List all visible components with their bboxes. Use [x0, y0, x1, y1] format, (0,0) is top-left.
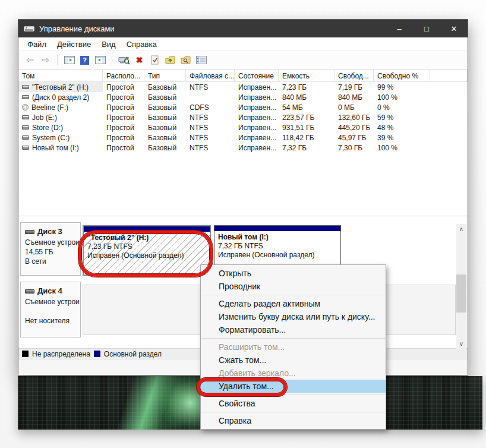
menu-separator [201, 338, 385, 339]
volume-free: 0 МБ [334, 102, 374, 112]
menu-item-mark-active[interactable]: Сделать раздел активным [201, 297, 386, 310]
column-header-capacity[interactable]: Емкость [279, 70, 334, 81]
volume-layout: Простой [103, 82, 144, 92]
checklist-icon[interactable] [195, 55, 207, 66]
rescan-disks-icon[interactable] [118, 55, 130, 66]
vertical-scrollbar[interactable]: ∧ ∨ [456, 224, 466, 349]
drive-icon [22, 115, 29, 119]
volume-type: Базовый [144, 102, 186, 112]
partition-detail: 7,32 ГБ NTFS [218, 242, 337, 251]
volume-capacity: 54 МБ [279, 102, 334, 112]
toolbar-separator [57, 55, 58, 65]
column-header-filesystem[interactable]: Файловая с... [186, 70, 235, 81]
folder-up-icon[interactable] [164, 55, 176, 66]
delete-icon[interactable]: ✖ [133, 55, 146, 66]
table-row[interactable]: "Тестовый 2" (H:) Простой Базовый NTFS И… [18, 82, 468, 92]
menu-separator [201, 295, 385, 295]
volume-type: Базовый [144, 132, 186, 143]
table-row[interactable]: (Диск 0 раздел 2) Простой Базовый Исправ… [18, 92, 468, 102]
volume-free: 840 МБ [334, 92, 374, 102]
disk-icon [25, 230, 34, 234]
table-row[interactable]: Beeline (F:) Простой Базовый CDFS Исправ… [18, 102, 468, 112]
volume-free: 7,30 ГБ [334, 143, 374, 153]
table-row[interactable]: Новый том (I:) Простой Базовый NTFS Испр… [18, 143, 468, 153]
column-header-free[interactable]: Свобод... [334, 70, 374, 81]
minimize-button[interactable]: – [386, 20, 413, 37]
column-header-free-pct[interactable]: Свободно % [374, 70, 430, 81]
forward-icon[interactable]: ⇨ [39, 55, 52, 66]
menu-item-delete-volume[interactable]: Удалить том... [201, 380, 386, 393]
column-header-filler [430, 70, 468, 81]
window-title: Управление дисками [39, 24, 115, 33]
table-row[interactable]: Job (E:) Простой Базовый NTFS Исправен..… [18, 112, 468, 122]
title-bar: Управление дисками – □ ✕ [18, 20, 468, 37]
volume-fs [186, 92, 235, 102]
menu-item-change-letter[interactable]: Изменить букву диска или путь к диску... [201, 310, 386, 323]
primary-partition-band [84, 226, 210, 232]
column-header-type[interactable]: Тип [144, 70, 186, 81]
volume-layout: Простой [103, 143, 144, 153]
unallocated-swatch [22, 351, 29, 357]
legend-label-unallocated: Не распределена [32, 350, 90, 358]
volume-free-pct: 59 % [374, 112, 430, 122]
menu-item-format[interactable]: Форматировать... [201, 323, 386, 336]
volume-name: Новый том (I:) [32, 144, 79, 152]
drive-icon [22, 135, 29, 140]
volume-layout: Простой [103, 102, 144, 112]
volume-free-pct: 99 % [374, 82, 430, 92]
maximize-button[interactable]: □ [413, 20, 440, 37]
disk4-panel[interactable]: Диск 4 Съемное устрои Нет носителя [20, 282, 81, 337]
volume-name: Beeline (F:) [31, 103, 68, 112]
volume-fs: CDFS [186, 102, 235, 112]
table-row[interactable]: Store (D:) Простой Базовый NTFS Исправен… [18, 122, 468, 132]
folder-search-icon[interactable] [179, 55, 192, 66]
volume-fs: NTFS [186, 132, 235, 143]
task-check-icon[interactable] [149, 55, 161, 66]
disk3-panel[interactable]: Диск 3 Съемное устрои 14,55 ГБ В сети [20, 222, 81, 276]
menu-item-shrink[interactable]: Сжать том... [201, 354, 386, 367]
scrollbar-thumb[interactable] [456, 275, 466, 313]
console-tree-icon[interactable] [63, 55, 75, 66]
volume-capacity: 223,57 ГБ [279, 112, 334, 122]
volume-fs: NTFS [186, 82, 235, 92]
volume-capacity: 118,42 ГБ [279, 132, 334, 143]
volume-fs: NTFS [186, 112, 235, 122]
close-button[interactable]: ✕ [440, 20, 468, 37]
cd-icon [22, 104, 29, 111]
column-header-layout[interactable]: Располо... [103, 70, 144, 81]
volume-name: (Диск 0 раздел 2) [32, 93, 89, 102]
volume-fs: NTFS [186, 143, 235, 153]
partition-state: Исправен (Основной раздел) [218, 251, 337, 260]
volume-layout: Простой [103, 132, 144, 143]
column-header-status[interactable]: Состояние [235, 70, 279, 81]
volume-layout: Простой [103, 122, 144, 132]
drive-icon [22, 146, 29, 150]
scroll-up-icon[interactable]: ∧ [456, 224, 466, 234]
menu-view[interactable]: Вид [96, 40, 121, 49]
menu-item-properties[interactable]: Свойства [201, 397, 386, 410]
back-icon[interactable]: ⇦ [24, 55, 36, 66]
partition-title: Новый том (I:) [218, 233, 337, 242]
column-header-volume[interactable]: Том [18, 70, 103, 81]
scroll-down-icon[interactable]: ∨ [456, 339, 466, 349]
volume-layout: Простой [103, 92, 144, 102]
help-icon[interactable]: ? [78, 55, 91, 66]
volume-type: Базовый [144, 82, 186, 92]
volume-context-menu: Открыть Проводник Сделать раздел активны… [200, 264, 386, 430]
partition-testovyi2[interactable]: "Тестовый 2" (H:) 7,23 ГБ NTFS Исправен … [83, 225, 211, 276]
volume-fs: NTFS [186, 122, 235, 132]
menu-item-extend: Расширить том... [201, 340, 386, 354]
app-disk-icon [24, 25, 34, 33]
menu-item-open[interactable]: Открыть [201, 267, 386, 280]
menu-help[interactable]: Справка [121, 40, 162, 49]
action-pane-icon[interactable] [94, 55, 106, 66]
menu-file[interactable]: Файл [22, 40, 52, 49]
volume-type: Базовый [144, 92, 186, 102]
menu-item-explorer[interactable]: Проводник [201, 280, 386, 293]
table-row[interactable]: System (C:) Простой Базовый NTFS Исправе… [18, 132, 468, 143]
toolbar: ⇦ ⇨ ? ✖ [18, 51, 468, 70]
menu-action[interactable]: Действие [52, 40, 96, 49]
menu-item-help[interactable]: Справка [201, 414, 386, 427]
primary-partition-swatch [94, 351, 100, 357]
scrollbar-track[interactable] [456, 234, 466, 339]
